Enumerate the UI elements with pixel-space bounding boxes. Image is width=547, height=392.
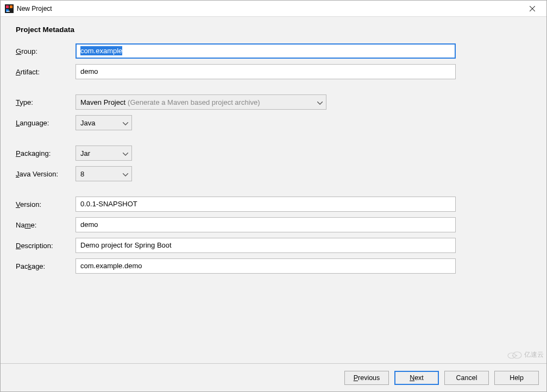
next-button[interactable]: Next [394, 371, 439, 385]
intellij-icon [5, 4, 14, 13]
group-label: Group: [16, 47, 76, 55]
window-title: New Project [17, 5, 520, 12]
group-input[interactable]: com.example [76, 43, 456, 59]
version-input[interactable]: 0.0.1-SNAPSHOT [76, 197, 456, 212]
artifact-label: Artifact: [16, 68, 76, 76]
svg-rect-4 [7, 11, 10, 11]
titlebar: New Project [1, 1, 546, 17]
metadata-form: Group: com.example Artifact: demo Type: … [16, 43, 531, 274]
language-select[interactable]: Java [76, 115, 132, 130]
artifact-input[interactable]: demo [76, 64, 456, 79]
svg-rect-1 [6, 5, 9, 8]
close-button[interactable] [520, 1, 544, 17]
package-input[interactable]: com.example.demo [76, 258, 456, 274]
version-label: Version: [16, 200, 76, 208]
section-heading: Project Metadata [16, 26, 531, 34]
previous-button[interactable]: Previous [344, 371, 389, 385]
close-icon [530, 6, 535, 11]
type-label: Type: [16, 98, 76, 106]
java-version-select[interactable]: 8 [76, 166, 132, 181]
type-select[interactable]: Maven Project (Generate a Maven based pr… [76, 94, 326, 110]
svg-rect-2 [10, 5, 12, 8]
cancel-button[interactable]: Cancel [444, 371, 489, 385]
description-label: Description: [16, 242, 76, 250]
package-label: Package: [16, 262, 76, 270]
chevron-down-icon [123, 149, 128, 157]
packaging-select[interactable]: Jar [76, 146, 132, 161]
language-label: Language: [16, 119, 76, 127]
chevron-down-icon [317, 98, 323, 106]
chevron-down-icon [123, 170, 128, 178]
java-version-label: Java Version: [16, 170, 76, 178]
name-input[interactable]: demo [76, 217, 456, 232]
chevron-down-icon [123, 119, 128, 127]
description-input[interactable]: Demo project for Spring Boot [76, 238, 456, 253]
packaging-label: Packaging: [16, 149, 76, 157]
name-label: Name: [16, 221, 76, 229]
dialog-body: Project Metadata Group: com.example Arti… [1, 17, 546, 363]
new-project-window: New Project Project Metadata Group: com.… [0, 0, 547, 392]
dialog-footer: Previous Next Cancel Help [1, 363, 546, 391]
help-button[interactable]: Help [494, 371, 539, 385]
